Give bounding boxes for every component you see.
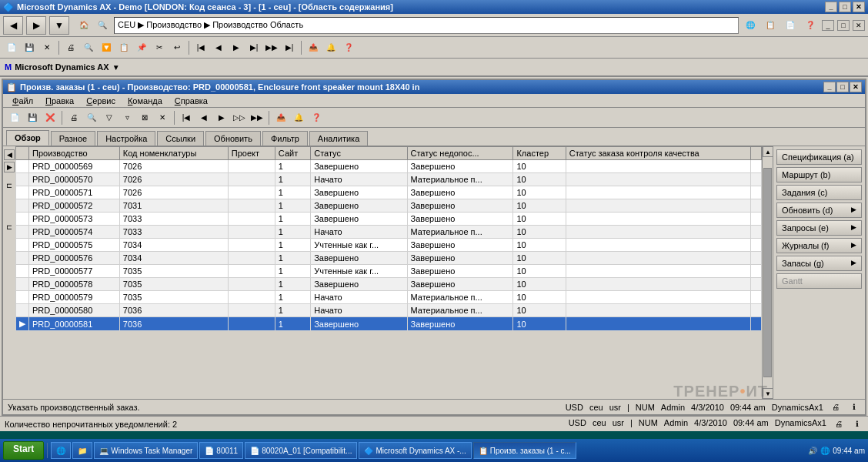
inner-alert[interactable]: 🔔 [290, 109, 307, 126]
col-project[interactable]: Проект [228, 147, 275, 160]
nav-btn3[interactable]: 📄 [782, 17, 799, 34]
col-production[interactable]: Производство [29, 147, 120, 160]
btn-route[interactable]: Маршрут (b) [776, 167, 862, 182]
inner-search[interactable]: 🔍 [83, 109, 100, 126]
col-status[interactable]: Статус [311, 147, 407, 160]
table-row[interactable]: PRD_00000580 7036 1 Начато Материальное … [16, 304, 762, 317]
menu-help[interactable]: Справка [169, 95, 214, 106]
table-row[interactable]: PRD_00000571 7026 1 Завершено Завершено … [16, 186, 762, 199]
scroll-thumb[interactable] [763, 168, 772, 377]
inner-play[interactable]: ▶ [213, 109, 230, 126]
btn-stock[interactable]: Запасы (g) ▶ [776, 256, 862, 271]
inner-save[interactable]: 💾 [24, 109, 41, 126]
tab-links[interactable]: Ссылки [157, 131, 204, 146]
table-row[interactable]: PRD_00000572 7031 1 Завершено Завершено … [16, 199, 762, 213]
new-icon[interactable]: 📄 [3, 39, 20, 56]
table-row[interactable]: PRD_00000579 7035 1 Начато Материальное … [16, 291, 762, 304]
last-icon[interactable]: ▶| [281, 39, 298, 56]
col-cluster[interactable]: Кластер [513, 147, 566, 160]
btn-queries[interactable]: Запросы (e) ▶ [776, 220, 862, 236]
globe-icon[interactable]: 🌐 [742, 17, 759, 34]
menu-command[interactable]: Команда [122, 95, 169, 106]
table-row[interactable]: PRD_00000575 7034 1 Учтенные как г... За… [16, 239, 762, 252]
alert-icon[interactable]: 🔔 [322, 39, 339, 56]
nav-menu-button[interactable]: ▼ [49, 16, 69, 35]
inner-minimize[interactable]: _ [823, 82, 836, 92]
inner-close[interactable]: ✕ [850, 82, 862, 92]
col-site[interactable]: Сайт [275, 147, 310, 160]
forward-button[interactable]: ▶ [26, 16, 46, 35]
table-row[interactable]: PRD_00000573 7033 1 Завершено Завершено … [16, 213, 762, 226]
menu-edit[interactable]: Правка [39, 95, 80, 106]
btn-journals[interactable]: Журналы (f) ▶ [776, 238, 862, 253]
search-icon[interactable]: 🔍 [94, 17, 111, 34]
start-button[interactable]: Start [3, 441, 44, 460]
taskbar-item-ie[interactable]: 🌐 [51, 442, 71, 459]
table-row[interactable]: PRD_00000576 7034 1 Завершено Завершено … [16, 252, 762, 265]
ax-brand-arrow[interactable]: ▼ [112, 63, 120, 72]
notif-info-icon[interactable]: ℹ [851, 418, 863, 430]
inner-filter1[interactable]: ▽ [101, 109, 118, 126]
status-info-icon[interactable]: ℹ [848, 401, 860, 413]
table-row[interactable]: PRD_00000577 7035 1 Учтенные как г... За… [16, 265, 762, 278]
expand-btn1[interactable]: ◀ [4, 149, 15, 160]
expand-btn2[interactable]: ▶ [4, 162, 15, 172]
next-icon[interactable]: ▶▶ [263, 39, 280, 56]
inner-play2[interactable]: ▷▷ [231, 109, 248, 126]
window-close[interactable]: ✕ [853, 20, 865, 31]
search-btn[interactable]: 🔍 [80, 39, 97, 56]
play-icon[interactable]: ▶ [228, 39, 245, 56]
inner-new[interactable]: 📄 [6, 109, 23, 126]
help-btn[interactable]: ❓ [340, 39, 357, 56]
status-printer-icon[interactable]: 🖨 [830, 401, 842, 413]
table-row[interactable]: ▶ PRD_00000581 7036 1 Завершено Завершен… [16, 317, 762, 331]
inner-help[interactable]: ❓ [308, 109, 325, 126]
prev-icon[interactable]: ◀ [210, 39, 227, 56]
inner-filter3[interactable]: ⊠ [136, 109, 153, 126]
btn-specification[interactable]: Спецификация (a) [776, 149, 862, 165]
tab-settings[interactable]: Настройка [97, 131, 155, 146]
col-status2[interactable]: Статус недопос... [407, 147, 513, 160]
table-row[interactable]: PRD_00000569 7026 1 Завершено Завершено … [16, 160, 762, 173]
minimize-button[interactable]: _ [825, 2, 837, 12]
inner-prev[interactable]: ◀ [195, 109, 212, 126]
scroll-up[interactable]: ▲ [763, 146, 773, 157]
vertical-scrollbar[interactable]: ▲ ▼ [762, 146, 773, 399]
notif-printer-icon[interactable]: 🖨 [833, 418, 845, 430]
taskbar-item-task-manager[interactable]: 💻 Windows Task Manager [94, 442, 198, 459]
delete-icon[interactable]: ✕ [38, 39, 55, 56]
inner-first[interactable]: |◀ [178, 109, 195, 126]
window-restore[interactable]: □ [837, 20, 850, 31]
tab-update[interactable]: Обновить [205, 131, 261, 146]
print-icon[interactable]: 🖨 [62, 39, 79, 56]
taskbar-item-80020[interactable]: 📄 80020A_01 [Compatibilit... [245, 442, 357, 459]
taskbar-item-80011[interactable]: 📄 80011 [199, 442, 243, 459]
tab-filter[interactable]: Фильтр [262, 131, 308, 146]
table-row[interactable]: PRD_00000574 7033 1 Начато Материальное … [16, 226, 762, 239]
table-wrapper[interactable]: Производство Код номенклатуры Проект Сай… [15, 146, 762, 399]
menu-service[interactable]: Сервис [80, 95, 122, 106]
export-icon[interactable]: 📤 [305, 39, 322, 56]
menu-file[interactable]: Файл [6, 95, 39, 106]
close-button[interactable]: ✕ [853, 2, 865, 12]
inner-filter4[interactable]: ✕ [154, 109, 171, 126]
table-row[interactable]: PRD_00000570 7026 1 Начато Материальное … [16, 173, 762, 186]
taskbar-item-ax[interactable]: 🔷 Microsoft Dynamics AX -... [359, 442, 471, 459]
table-row[interactable]: PRD_00000578 7035 1 Завершено Завершено … [16, 278, 762, 291]
col-qc[interactable]: Статус заказа контроля качества [566, 147, 750, 160]
help-icon[interactable]: ❓ [802, 17, 819, 34]
back-button[interactable]: ◀ [3, 16, 23, 35]
tab-analytics[interactable]: Аналитика [309, 131, 368, 146]
inner-export[interactable]: 📤 [272, 109, 289, 126]
inner-print[interactable]: 🖨 [65, 109, 82, 126]
btn-tasks[interactable]: Задания (c) [776, 185, 862, 200]
col-code[interactable]: Код номенклатуры [119, 147, 228, 160]
inner-next[interactable]: ▶▶ [249, 109, 265, 126]
first-icon[interactable]: |◀ [192, 39, 209, 56]
taskbar-item-explorer[interactable]: 📁 [72, 442, 92, 459]
inner-filter2[interactable]: ▿ [119, 109, 135, 126]
window-minimize[interactable]: _ [822, 20, 834, 31]
play-icon2[interactable]: ▶| [245, 39, 262, 56]
cut-icon[interactable]: ✂ [151, 39, 168, 56]
copy-icon[interactable]: 📋 [115, 39, 132, 56]
